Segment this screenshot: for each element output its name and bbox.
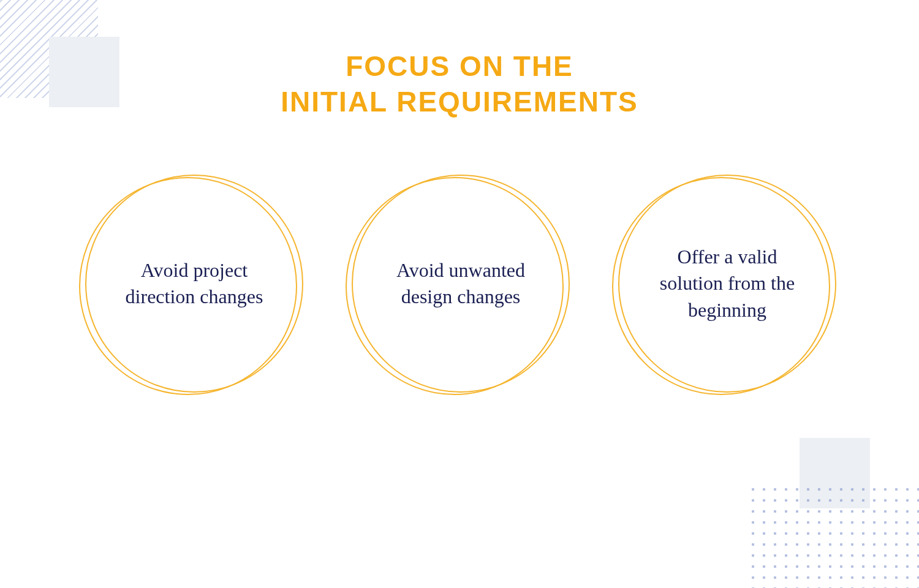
decoration-dots [747, 484, 919, 588]
circle-item-1: Avoid project direction changes [83, 175, 303, 395]
circle-item-3: Offer a valid solution from the beginnin… [616, 175, 836, 395]
circle-outline-inner: Avoid unwanted design changes [352, 175, 570, 393]
circle-text-1: Avoid project direction changes [111, 257, 278, 310]
circle-item-2: Avoid unwanted design changes [349, 175, 570, 395]
circle-outline-inner: Offer a valid solution from the beginnin… [618, 175, 836, 393]
circle-text-3: Offer a valid solution from the beginnin… [644, 244, 811, 323]
slide-title-line-1: FOCUS ON THE [0, 49, 919, 85]
slide-title: FOCUS ON THE INITIAL REQUIREMENTS [0, 49, 919, 119]
circles-row: Avoid project direction changes Avoid un… [0, 175, 919, 395]
circle-text-2: Avoid unwanted design changes [377, 257, 544, 310]
circle-outline-inner: Avoid project direction changes [85, 175, 303, 393]
slide-title-line-2: INITIAL REQUIREMENTS [0, 85, 919, 120]
